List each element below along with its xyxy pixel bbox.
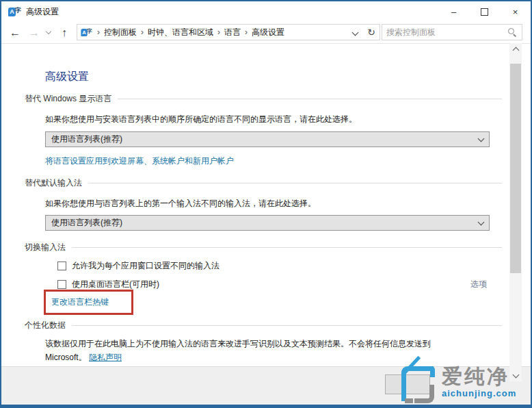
close-icon: × — [513, 7, 518, 17]
navigation-bar: ← → ↑ A 字 › 控制面板 › 时钟、语言和区域 › 语言 › 高级设置 … — [1, 22, 531, 44]
watermark-domain: aichunjing.com — [442, 388, 516, 398]
per-app-input-checkbox[interactable] — [57, 262, 66, 270]
section-label: 切换输入法 — [25, 242, 66, 253]
crumb-separator-icon: › — [245, 27, 248, 37]
minimize-button[interactable]: – — [438, 1, 469, 22]
microsoft-text: Microsoft。 — [45, 353, 87, 362]
minimize-icon: – — [451, 7, 456, 17]
personalization-description-line1: 该数据仅用于在此电脑上为不使用输入法的语言来改进手写识别以及文本预测结果。不会将… — [45, 338, 431, 350]
section-override-display-language: 替代 Windows 显示语言 — [25, 93, 502, 105]
scroll-up-button[interactable] — [509, 43, 522, 54]
search-icon[interactable] — [507, 27, 518, 38]
checkbox-row-per-app-input: 允许我为每个应用窗口设置不同的输入法 — [57, 260, 220, 272]
highlight-box: 更改语言栏热键 — [44, 290, 133, 315]
section-label: 替代 Windows 显示语言 — [25, 93, 111, 105]
watermark-brand: 爱纯净 — [442, 365, 516, 388]
aichunjing-logo-icon — [400, 365, 436, 405]
chevron-down-icon — [352, 29, 359, 36]
refresh-icon: ↻ — [367, 27, 375, 38]
default-input-dropdown[interactable]: 使用语言列表(推荐) — [45, 215, 490, 231]
breadcrumb-control-panel[interactable]: 控制面板 — [104, 27, 137, 38]
dropdown-selected-value: 使用语言列表(推荐) — [51, 217, 122, 229]
privacy-statement-link[interactable]: 隐私声明 — [89, 353, 122, 362]
section-divider — [118, 99, 502, 99]
section-label: 替代默认输入法 — [25, 177, 82, 189]
section-switch-input: 切换输入法 — [25, 242, 502, 253]
breadcrumb: A 字 › 控制面板 › 时钟、语言和区域 › 语言 › 高级设置 — [77, 24, 364, 40]
display-language-dropdown[interactable]: 使用语言列表(推荐) — [45, 131, 490, 147]
crumb-separator-icon: › — [217, 27, 220, 37]
advanced-settings-window: A 字 高级设置 – × ← → ↑ A 字 › 控制面板 — [0, 0, 532, 408]
checkbox-row-desktop-language-bar: 使用桌面语言栏(可用时) — [57, 279, 159, 290]
forward-icon: → — [29, 27, 40, 39]
scrollbar-thumb[interactable] — [510, 64, 521, 273]
default-input-description: 如果你想使用与语言列表上的第一个输入法不同的输入法，请在此处选择。 — [45, 198, 316, 209]
section-personalization-data: 个性化数据 — [25, 320, 502, 331]
address-dropdown-button[interactable] — [353, 27, 360, 37]
forward-button[interactable]: → — [26, 22, 42, 43]
crumb-separator-icon: › — [141, 27, 144, 37]
recent-pages-button[interactable] — [44, 22, 53, 43]
page-title: 高级设置 — [45, 70, 89, 84]
language-app-icon: A 字 — [8, 6, 21, 17]
dropdown-selected-value: 使用语言列表(推荐) — [51, 133, 122, 145]
chevron-down-icon — [478, 218, 485, 225]
section-divider — [72, 325, 502, 326]
section-divider — [88, 183, 502, 183]
breadcrumb-language-icon: A 字 — [81, 27, 92, 37]
checkbox-label: 使用桌面语言栏(可用时) — [72, 279, 159, 290]
maximize-icon — [481, 8, 488, 16]
search-input[interactable] — [382, 27, 507, 37]
section-label: 个性化数据 — [25, 320, 66, 331]
chevron-down-icon — [478, 135, 485, 142]
display-language-description: 如果你想使用与安装语言列表中的顺序所确定的语言不同的显示语言，请在此处选择。 — [45, 114, 357, 125]
up-icon: ↑ — [62, 27, 67, 39]
watermark: 爱纯净 aichunjing.com — [400, 365, 516, 405]
change-language-bar-hotkeys-link[interactable]: 更改语言栏热键 — [51, 296, 109, 308]
chevron-down-icon — [46, 29, 51, 34]
close-button[interactable]: × — [500, 1, 531, 22]
window-title: 高级设置 — [26, 6, 59, 18]
chevron-up-icon — [512, 47, 519, 53]
maximize-button[interactable] — [469, 1, 500, 22]
crumb-separator-icon: › — [97, 27, 100, 37]
refresh-button[interactable]: ↻ — [363, 24, 380, 40]
breadcrumb-clock-language-region[interactable]: 时钟、语言和区域 — [148, 27, 213, 38]
personalization-description-line2: Microsoft。 隐私声明 — [45, 352, 122, 364]
checkbox-label: 允许我为每个应用窗口设置不同的输入法 — [72, 260, 220, 272]
back-icon: ← — [10, 27, 21, 39]
apply-language-settings-link[interactable]: 将语言设置应用到欢迎屏幕、系统帐户和新用户帐户 — [45, 155, 234, 167]
up-button[interactable]: ↑ — [56, 22, 72, 43]
section-override-default-input: 替代默认输入法 — [25, 177, 502, 189]
breadcrumb-language[interactable]: 语言 — [224, 27, 241, 38]
search-box — [382, 24, 522, 40]
breadcrumb-advanced-settings[interactable]: 高级设置 — [252, 27, 284, 38]
back-button[interactable]: ← — [7, 22, 23, 43]
desktop-language-bar-checkbox[interactable] — [57, 280, 66, 289]
options-link[interactable]: 选项 — [470, 279, 487, 290]
titlebar: A 字 高级设置 – × — [1, 1, 531, 22]
section-divider — [72, 247, 502, 248]
vertical-scrollbar[interactable] — [509, 43, 522, 381]
